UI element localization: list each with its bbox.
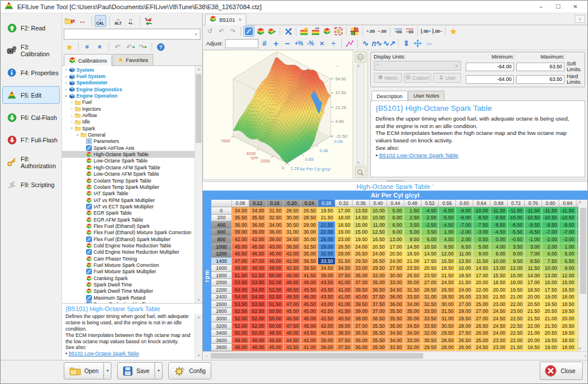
table-cell[interactable]: 43.00 [266, 243, 284, 251]
table-cell[interactable]: 23.50 [421, 272, 439, 280]
cube-table-icon[interactable] [322, 26, 332, 37]
row-header-400[interactable]: 400 [211, 222, 232, 229]
tree-item-spark-airflow-axis[interactable]: Spark AirFlow Axis [62, 145, 195, 151]
table-cell[interactable]: 32.50 [421, 301, 439, 308]
table-cell[interactable]: 50.00 [249, 329, 266, 337]
table-cell[interactable]: 10.50 [421, 243, 439, 251]
trace-icon[interactable] [344, 38, 355, 49]
tree-tab-calibrations[interactable]: Calibrations [64, 54, 112, 66]
table-cell[interactable]: 19.50 [525, 344, 542, 351]
smooth-peaks-icon[interactable]: 𝑛∿ [372, 38, 382, 49]
table-cell[interactable]: 37.50 [370, 301, 387, 308]
table-cell[interactable]: 17.00 [335, 207, 353, 215]
table-cell[interactable]: 19.00 [542, 294, 559, 301]
table-cell[interactable]: 30.00 [284, 215, 301, 222]
table-cell[interactable]: 53.50 [249, 301, 266, 308]
table-cell[interactable]: 46.50 [232, 250, 249, 258]
scroll-up-icon[interactable]: ˄ [579, 200, 587, 205]
table-cell[interactable]: 22.50 [508, 329, 525, 337]
tab-list-chevron-button[interactable]: ˅ [575, 15, 585, 23]
table-cell[interactable]: 42.00 [301, 337, 318, 344]
table-vertical-scrollbar[interactable]: ˄ ˅ [578, 200, 587, 351]
table-cell[interactable]: 35.50 [232, 215, 249, 222]
view-2d-icon[interactable] [243, 26, 254, 37]
table-cell[interactable]: 39.00 [318, 337, 335, 344]
table-cell[interactable]: 34.00 [404, 329, 421, 337]
scroll-down-icon[interactable]: ˅ [579, 346, 587, 351]
table-cell[interactable]: 28.00 [456, 323, 473, 330]
sidebar-item-f4-properties[interactable]: F4: Properties [2, 64, 60, 82]
row-header-3600[interactable]: 3600 [211, 337, 232, 344]
subtract-percent-icon[interactable]: -% [305, 38, 316, 49]
table-cell[interactable]: 41.00 [335, 301, 353, 308]
col-header-0.56[interactable]: 0.56 [439, 200, 456, 207]
table-cell[interactable]: 33.50 [318, 258, 335, 265]
table-cell[interactable]: 22.00 [508, 337, 525, 344]
table-cell[interactable]: 43.50 [318, 294, 335, 301]
table-cell[interactable]: -0.50 [508, 236, 525, 243]
table-cell[interactable]: 45.00 [266, 250, 284, 258]
adjust-input[interactable] [225, 39, 258, 48]
table-cell[interactable]: 50.00 [232, 329, 249, 337]
table-cell[interactable]: 49.00 [249, 337, 266, 344]
table-cell[interactable]: 35.00 [404, 308, 421, 316]
table-cell[interactable]: 35.00 [387, 323, 404, 330]
table-cell[interactable]: 46.00 [284, 272, 301, 280]
table-cell[interactable]: 19.50 [559, 329, 577, 337]
table-cell[interactable]: 30.50 [421, 337, 439, 344]
table-cell[interactable]: 2.00 [542, 243, 559, 251]
table-cell[interactable]: -2.00 [456, 229, 473, 236]
table-cell[interactable]: 12.00 [439, 250, 456, 258]
table-cell[interactable]: 40.50 [318, 329, 335, 337]
table-cell[interactable]: 14.50 [421, 250, 439, 258]
table-cell[interactable]: 15.00 [559, 279, 577, 286]
metric-units-button[interactable]: Metric [374, 73, 402, 83]
col-header-0.20[interactable]: 0.20 [284, 200, 301, 207]
table-cell[interactable]: 21.50 [490, 294, 508, 301]
table-cell[interactable]: 33.50 [387, 344, 404, 351]
table-cell[interactable]: -4.50 [421, 207, 439, 215]
table-cell[interactable]: 53.50 [232, 301, 249, 308]
table-cell[interactable]: 20.00 [559, 315, 577, 323]
col-header-0.44[interactable]: 0.44 [387, 200, 404, 207]
table-cell[interactable]: 35.00 [353, 272, 370, 280]
table-cell[interactable]: -10.50 [542, 215, 559, 222]
open-compare-icon[interactable]: ⇄ [64, 15, 76, 27]
table-cell[interactable]: 43.00 [318, 301, 335, 308]
table-cell[interactable]: 33.50 [421, 308, 439, 316]
tree-item-egr-afm-spark-table[interactable]: EGR AFM Spark Table [62, 216, 195, 223]
sidebar-item-f7-full-flash[interactable]: F7: Full-Flash [2, 131, 60, 149]
table-cell[interactable]: -11.50 [559, 207, 577, 215]
plot-scrollbar[interactable]: ˄ ˅ [357, 64, 364, 165]
expand-all-icon[interactable]: » [82, 41, 94, 53]
sidebar-item-f6-cal-flash[interactable]: F6: Cal-Flash [2, 108, 60, 126]
sidebar-item-f3-calibration[interactable]: F3: Calibration [2, 41, 60, 59]
table-cell[interactable]: 43.50 [284, 344, 301, 351]
table-cell[interactable]: 12.00 [559, 272, 577, 280]
table-cell[interactable]: 34.00 [232, 207, 249, 215]
table-cell[interactable]: 29.00 [318, 243, 335, 251]
table-cell[interactable]: 45.00 [249, 243, 266, 251]
col-header-0.52[interactable]: 0.52 [421, 200, 439, 207]
table-cell[interactable]: 50.00 [266, 323, 284, 330]
table-cell[interactable]: 20.00 [490, 286, 508, 294]
table-cell[interactable]: 1.50 [404, 207, 421, 215]
table-cell[interactable]: 12.50 [370, 229, 387, 236]
table-cell[interactable]: 26.00 [473, 329, 490, 337]
row-header-800[interactable]: 800 [211, 236, 232, 243]
compare-icon[interactable]: ↔ [77, 15, 88, 27]
tab-b5101[interactable]: B5101 ✕ [205, 14, 246, 25]
table-cell[interactable]: 19.50 [318, 207, 335, 215]
tree-item-spark[interactable]: ˅Spark [62, 125, 195, 131]
table-cell[interactable]: -9.50 [525, 222, 542, 229]
table-cell[interactable]: -3.00 [559, 236, 577, 243]
table-cell[interactable]: 39.00 [318, 272, 335, 280]
table-cell[interactable]: 16.50 [559, 286, 577, 294]
expand-icon[interactable]: › [63, 68, 69, 72]
table-cell[interactable]: 26.00 [456, 294, 473, 301]
table-cell[interactable]: 52.00 [232, 323, 249, 330]
tree-item-high-octane-spark-table[interactable]: High-Octane Spark Table [62, 151, 195, 157]
view-3d-compare-icon[interactable]: ▸ [266, 26, 277, 37]
row-header-0[interactable]: 0 [211, 207, 232, 215]
table-cell[interactable]: -9.50 [559, 222, 577, 229]
